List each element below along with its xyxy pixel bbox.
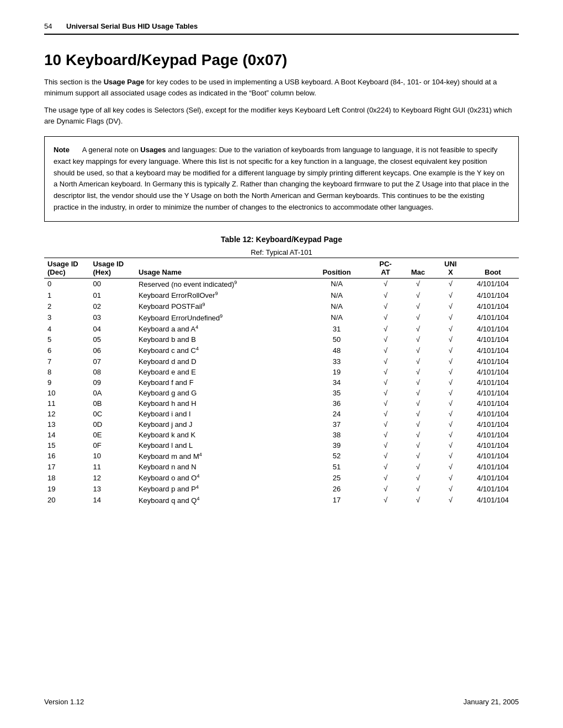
intro-para2: The usage type of all key codes is Selec… [44, 105, 519, 126]
note-label: Note [54, 146, 70, 154]
cell-boot: 4/101/104 [467, 472, 519, 483]
table-row: 120CKeyboard i and I24√√√4/101/104 [44, 409, 519, 419]
cell-dec: 2 [44, 301, 89, 312]
cell-boot: 4/101/104 [467, 495, 519, 506]
cell-dec: 7 [44, 356, 89, 367]
cell-boot: 4/101/104 [467, 430, 519, 440]
cell-mac: √ [402, 451, 434, 462]
col-header-boot: Boot [467, 258, 519, 278]
table-row: 707Keyboard d and D33√√√4/101/104 [44, 356, 519, 367]
cell-mac: √ [402, 290, 434, 301]
cell-at: √ [369, 345, 402, 356]
cell-pos: 33 [304, 356, 369, 367]
cell-boot: 4/101/104 [467, 451, 519, 462]
cell-pos: N/A [304, 290, 369, 301]
cell-dec: 9 [44, 377, 89, 388]
cell-pos: 25 [304, 472, 369, 483]
cell-at: √ [369, 451, 402, 462]
cell-pos: 31 [304, 323, 369, 334]
cell-pos: 34 [304, 377, 369, 388]
cell-uni: √ [434, 398, 467, 409]
cell-at: √ [369, 440, 402, 451]
cell-dec: 20 [44, 495, 89, 506]
cell-boot: 4/101/104 [467, 301, 519, 312]
cell-hex: 10 [89, 451, 135, 462]
cell-dec: 10 [44, 388, 89, 398]
cell-at: √ [369, 290, 402, 301]
cell-name: Keyboard c and C4 [135, 345, 304, 356]
cell-dec: 13 [44, 419, 89, 430]
cell-uni: √ [434, 451, 467, 462]
cell-mac: √ [402, 495, 434, 506]
cell-mac: √ [402, 388, 434, 398]
cell-at: √ [369, 430, 402, 440]
cell-mac: √ [402, 323, 434, 334]
cell-at: √ [369, 312, 402, 323]
cell-mac: √ [402, 472, 434, 483]
cell-name: Keyboard o and O4 [135, 472, 304, 483]
table-row: 1711Keyboard n and N51√√√4/101/104 [44, 462, 519, 472]
cell-mac: √ [402, 356, 434, 367]
cell-at: √ [369, 367, 402, 377]
cell-pos: 52 [304, 451, 369, 462]
table-row: 1812Keyboard o and O425√√√4/101/104 [44, 472, 519, 483]
cell-hex: 09 [89, 377, 135, 388]
cell-dec: 1 [44, 290, 89, 301]
cell-uni: √ [434, 495, 467, 506]
table-row: 101Keyboard ErrorRollOver9N/A√√√4/101/10… [44, 290, 519, 301]
col-header-at: PC-AT [369, 258, 402, 278]
cell-mac: √ [402, 483, 434, 494]
cell-dec: 16 [44, 451, 89, 462]
cell-hex: 07 [89, 356, 135, 367]
cell-hex: 0F [89, 440, 135, 451]
table-row: 404Keyboard a and A431√√√4/101/104 [44, 323, 519, 334]
cell-at: √ [369, 301, 402, 312]
cell-name: Keyboard l and L [135, 440, 304, 451]
footer-bar: Version 1.12 January 21, 2005 [44, 698, 519, 706]
table-row: 606Keyboard c and C448√√√4/101/104 [44, 345, 519, 356]
cell-hex: 06 [89, 345, 135, 356]
cell-at: √ [369, 495, 402, 506]
cell-pos: 26 [304, 483, 369, 494]
data-table: Usage ID(Dec) Usage ID(Hex) Usage Name P… [44, 258, 519, 506]
cell-name: Keyboard p and P4 [135, 483, 304, 494]
table-row: 505Keyboard b and B50√√√4/101/104 [44, 334, 519, 345]
cell-boot: 4/101/104 [467, 323, 519, 334]
cell-mac: √ [402, 377, 434, 388]
cell-at: √ [369, 356, 402, 367]
cell-boot: 4/101/104 [467, 356, 519, 367]
cell-hex: 01 [89, 290, 135, 301]
cell-uni: √ [434, 312, 467, 323]
table-row: 1610Keyboard m and M452√√√4/101/104 [44, 451, 519, 462]
cell-name: Keyboard j and J [135, 419, 304, 430]
intro-para1: This section is the Usage Page for key c… [44, 77, 519, 98]
cell-name: Keyboard b and B [135, 334, 304, 345]
cell-boot: 4/101/104 [467, 419, 519, 430]
cell-pos: 36 [304, 398, 369, 409]
cell-name: Keyboard f and F [135, 377, 304, 388]
table-header-row: Usage ID(Dec) Usage ID(Hex) Usage Name P… [44, 258, 519, 278]
cell-hex: 03 [89, 312, 135, 323]
cell-hex: 14 [89, 495, 135, 506]
cell-pos: N/A [304, 312, 369, 323]
cell-pos: 19 [304, 367, 369, 377]
cell-pos: 17 [304, 495, 369, 506]
cell-dec: 15 [44, 440, 89, 451]
section-title: 10 Keyboard/Keypad Page (0x07) [44, 51, 519, 69]
cell-mac: √ [402, 334, 434, 345]
cell-mac: √ [402, 312, 434, 323]
cell-name: Reserved (no event indicated)9 [135, 278, 304, 290]
cell-name: Keyboard n and N [135, 462, 304, 472]
table-row: 808Keyboard e and E19√√√4/101/104 [44, 367, 519, 377]
cell-name: Keyboard d and D [135, 356, 304, 367]
cell-uni: √ [434, 356, 467, 367]
ref-label: Ref: Typical AT-101 [251, 248, 312, 256]
cell-mac: √ [402, 462, 434, 472]
cell-uni: √ [434, 388, 467, 398]
cell-at: √ [369, 419, 402, 430]
cell-mac: √ [402, 278, 434, 290]
cell-dec: 17 [44, 462, 89, 472]
cell-name: Keyboard a and A4 [135, 323, 304, 334]
cell-boot: 4/101/104 [467, 440, 519, 451]
cell-mac: √ [402, 398, 434, 409]
